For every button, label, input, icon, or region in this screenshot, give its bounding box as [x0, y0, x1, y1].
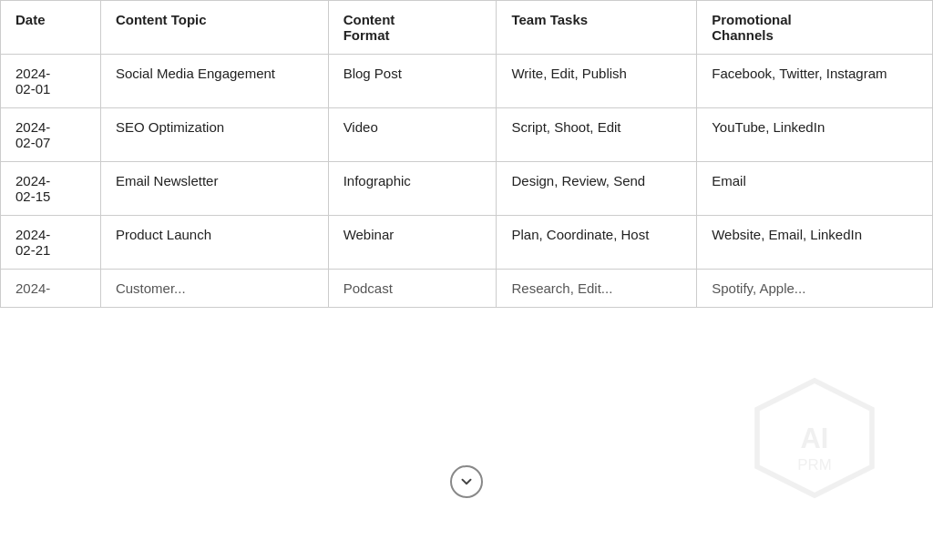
svg-marker-0 — [757, 381, 872, 495]
editorial-calendar-table: Date Content Topic ContentFormat Team Ta… — [0, 0, 933, 308]
cell-format: Webinar — [328, 216, 497, 270]
cell-channels: Spotify, Apple... — [697, 270, 933, 308]
table-row: 2024-02-07SEO OptimizationVideoScript, S… — [1, 108, 933, 162]
cell-tasks: Plan, Coordinate, Host — [497, 216, 697, 270]
header-topic: Content Topic — [100, 1, 328, 55]
header-tasks: Team Tasks — [497, 1, 697, 55]
cell-tasks: Script, Shoot, Edit — [497, 108, 697, 162]
cell-format: Blog Post — [328, 55, 497, 108]
svg-text:PRM: PRM — [797, 456, 831, 473]
cell-topic: SEO Optimization — [100, 108, 328, 162]
cell-channels: Facebook, Twitter, Instagram — [697, 55, 933, 108]
logo-watermark: AI PRM — [751, 374, 878, 505]
cell-topic: Email Newsletter — [100, 162, 328, 216]
cell-date: 2024-02-21 — [1, 216, 101, 270]
cell-topic: Product Launch — [100, 216, 328, 270]
cell-channels: YouTube, LinkedIn — [697, 108, 933, 162]
cell-format: Infographic — [328, 162, 497, 216]
cell-date: 2024-02-01 — [1, 55, 101, 108]
header-date: Date — [1, 1, 101, 55]
cell-topic: Customer... — [100, 270, 328, 308]
table-row: 2024-02-21Product LaunchWebinarPlan, Coo… — [1, 216, 933, 270]
cell-tasks: Research, Edit... — [497, 270, 697, 308]
table-row: 2024-02-01Social Media EngagementBlog Po… — [1, 55, 933, 108]
table-header-row: Date Content Topic ContentFormat Team Ta… — [1, 1, 933, 55]
cell-format: Podcast — [328, 270, 497, 308]
table-container: AI PRM Date Content Topic ContentFormat … — [0, 0, 933, 560]
scroll-down-button[interactable] — [450, 465, 483, 498]
header-format: ContentFormat — [328, 1, 497, 55]
cell-channels: Website, Email, LinkedIn — [697, 216, 933, 270]
cell-topic: Social Media Engagement — [100, 55, 328, 108]
cell-tasks: Write, Edit, Publish — [497, 55, 697, 108]
cell-date: 2024- — [1, 270, 101, 308]
cell-format: Video — [328, 108, 497, 162]
cell-date: 2024-02-15 — [1, 162, 101, 216]
table-row: 2024-Customer...PodcastResearch, Edit...… — [1, 270, 933, 308]
svg-text:AI: AI — [801, 423, 829, 454]
cell-date: 2024-02-07 — [1, 108, 101, 162]
cell-tasks: Design, Review, Send — [497, 162, 697, 216]
cell-channels: Email — [697, 162, 933, 216]
table-row: 2024-02-15Email NewsletterInfographicDes… — [1, 162, 933, 216]
header-channels: PromotionalChannels — [697, 1, 933, 55]
